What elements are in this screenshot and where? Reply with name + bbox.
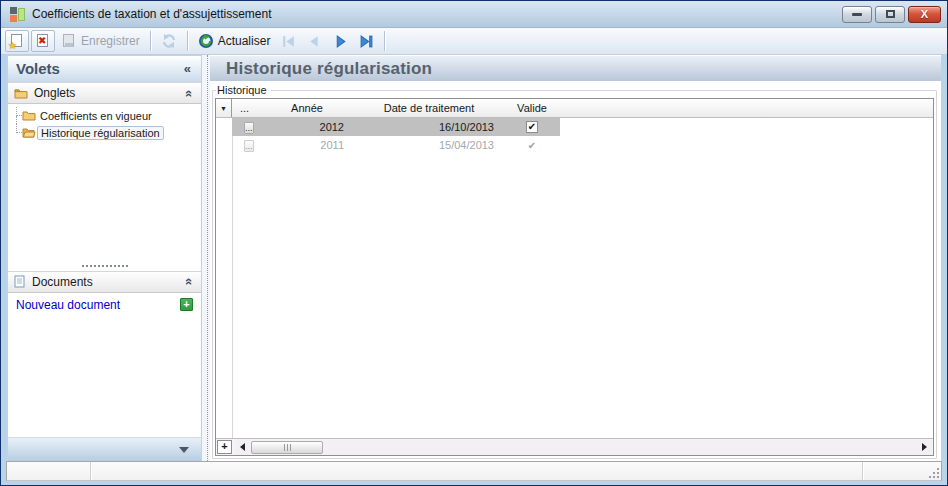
row-detail-cell: ...: [232, 121, 260, 133]
maximize-button[interactable]: [875, 6, 905, 23]
cell-annee: 2012: [260, 121, 354, 133]
scroll-left-icon: [240, 443, 245, 451]
cell-valide: ✔: [504, 140, 560, 151]
row-indicator: [216, 136, 232, 154]
refresh-button: [157, 30, 181, 52]
toolbar: ★ ✖ Enregistrer: [1, 28, 947, 55]
save-button: Enregistrer: [57, 30, 144, 52]
window-title: Coefficients de taxation et d'assujettis…: [32, 7, 842, 21]
actualiser-button[interactable]: Actualiser: [194, 30, 275, 52]
column-header-rowbtn[interactable]: ...: [232, 102, 260, 114]
row-detail-button[interactable]: ...: [244, 140, 254, 152]
toolbar-separator: [187, 31, 188, 51]
cell-annee: 2011: [260, 139, 354, 151]
table-row[interactable]: ... 2012 16/10/2013 ✔: [216, 118, 933, 136]
cell-date: 15/04/2013: [354, 139, 504, 151]
onglets-tree: Coefficients en vigueur Historique régul…: [8, 104, 201, 141]
tree-item-label: Historique régularisation: [37, 126, 164, 140]
tree-item-historique[interactable]: Historique régularisation: [8, 124, 201, 141]
minimize-button[interactable]: [842, 6, 872, 23]
titlebar: Coefficients de taxation et d'assujettis…: [1, 1, 947, 28]
minimize-icon: [852, 13, 862, 16]
scrollbar-thumb[interactable]: [251, 441, 323, 454]
sidebar-header: Volets «: [8, 56, 201, 82]
new-document-button[interactable]: ★: [5, 30, 29, 52]
refresh-icon: [161, 33, 177, 49]
horizontal-scrollbar[interactable]: [235, 440, 932, 455]
grid-indicator-header[interactable]: ▼: [216, 99, 232, 117]
section-header-onglets[interactable]: Onglets «: [8, 82, 201, 104]
actualiser-label: Actualiser: [218, 34, 271, 48]
column-header-valide[interactable]: Valide: [504, 102, 560, 114]
scroll-right-button[interactable]: [917, 440, 932, 455]
sidebar-collapse-icon[interactable]: «: [184, 62, 191, 75]
main-header: Historique régularisation: [210, 55, 941, 81]
sidebar-spacer: [8, 141, 201, 262]
main-body: Historique ▼ ... Année Date de traitemen…: [210, 81, 941, 461]
chevron-up-icon[interactable]: «: [183, 89, 196, 96]
column-header-annee[interactable]: Année: [260, 102, 354, 114]
app-window: Coefficients de taxation et d'assujettis…: [0, 0, 948, 486]
delete-icon: ✖: [35, 33, 51, 49]
close-button[interactable]: X: [908, 6, 941, 23]
nav-first-button: [276, 30, 300, 52]
new-document-row: Nouveau document +: [8, 293, 201, 317]
historique-grid: ▼ ... Année Date de traitement Valide: [215, 98, 934, 456]
groupbox-label: Historique: [216, 84, 271, 96]
toolbar-separator: [150, 31, 151, 51]
cell-valide: ✔: [504, 121, 560, 133]
sidebar-splitter-handle[interactable]: [8, 262, 201, 271]
chevron-up-icon[interactable]: «: [183, 278, 196, 285]
nav-last-button[interactable]: [354, 30, 378, 52]
folder-icon: [14, 88, 28, 99]
status-section: [91, 462, 863, 480]
sidebar-spacer: [8, 317, 201, 438]
nav-next-icon: [333, 34, 348, 49]
resize-grip[interactable]: [927, 466, 939, 478]
status-section: [7, 462, 91, 480]
nav-next-button[interactable]: [328, 30, 352, 52]
valide-checkbox[interactable]: ✔: [526, 121, 538, 133]
toolbar-separator: [384, 31, 385, 51]
row-indicator: [216, 118, 232, 136]
chevron-down-icon[interactable]: [179, 447, 189, 453]
sidebar-footer: [8, 437, 201, 461]
add-row-button[interactable]: +: [217, 440, 232, 454]
grid-rows: ... 2012 16/10/2013 ✔: [216, 118, 933, 438]
nav-previous-icon: [307, 34, 322, 49]
thumb-grip-icon: [287, 444, 288, 451]
historique-groupbox: Historique ▼ ... Année Date de traitemen…: [212, 84, 937, 459]
new-document-icon: ★: [9, 33, 25, 49]
grid-scroll-row: +: [216, 438, 933, 455]
folder-closed-icon: [22, 110, 36, 121]
grid-header: ▼ ... Année Date de traitement Valide: [216, 99, 933, 118]
table-row[interactable]: ... 2011 15/04/2013 ✔: [216, 136, 933, 154]
content-area: Volets « Onglets « Coefficients en vigue…: [1, 55, 947, 461]
section-label: Onglets: [34, 86, 180, 100]
new-document-link[interactable]: Nouveau document: [16, 298, 120, 312]
section-label: Documents: [32, 275, 180, 289]
nav-first-icon: [281, 34, 296, 49]
sidebar-title: Volets: [16, 60, 60, 77]
row-detail-button[interactable]: ...: [244, 122, 254, 134]
app-icon: [10, 7, 25, 22]
row-detail-cell: ...: [232, 139, 260, 151]
scroll-left-button[interactable]: [235, 440, 250, 455]
cell-date: 16/10/2013: [354, 121, 504, 133]
add-document-button[interactable]: +: [180, 298, 193, 311]
valide-checkmark: ✔: [504, 140, 560, 151]
delete-button[interactable]: ✖: [31, 30, 55, 52]
page-title: Historique régularisation: [226, 59, 432, 79]
status-section: [863, 462, 941, 480]
panel-splitter[interactable]: [202, 55, 210, 461]
save-label: Enregistrer: [81, 34, 140, 48]
actualiser-icon: [198, 33, 214, 49]
main-panel: Historique régularisation Historique ▼ .…: [210, 55, 941, 461]
column-header-date[interactable]: Date de traitement: [354, 102, 504, 114]
save-icon: [61, 33, 77, 49]
section-header-documents[interactable]: Documents «: [8, 271, 201, 293]
dropdown-arrow-icon: ▼: [220, 105, 227, 112]
nav-last-icon: [359, 34, 374, 49]
status-bar: [6, 461, 942, 481]
tree-item-coefficients[interactable]: Coefficients en vigueur: [8, 107, 201, 124]
